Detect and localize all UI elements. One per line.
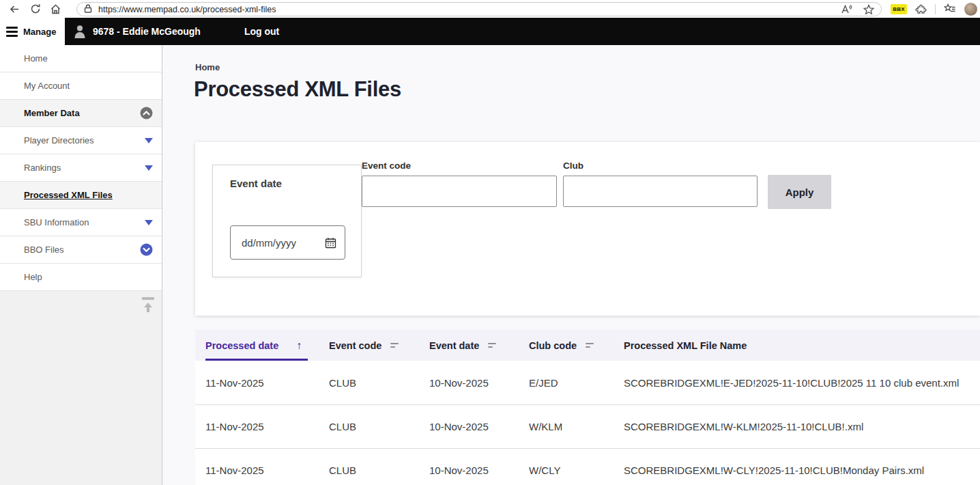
sidebar-item-label: Processed XML Files: [24, 190, 153, 200]
expand-triangle-down-icon[interactable]: [145, 165, 153, 171]
sort-icon[interactable]: [586, 343, 594, 348]
user-name-label: 9678 - Eddie McGeough: [93, 26, 201, 37]
page-title: Processed XML Files: [194, 77, 401, 102]
hamburger-icon: [6, 27, 18, 37]
table-header-row: Processed date ↑ Event code Event date C…: [195, 330, 980, 361]
column-header-event-code[interactable]: Event code: [329, 330, 429, 361]
column-label: Processed date: [205, 340, 278, 351]
sidebar-item-label: BBO Files: [24, 245, 140, 255]
extensions-puzzle-icon[interactable]: [915, 3, 927, 15]
column-label: Event code: [329, 340, 381, 351]
favorite-star-icon[interactable]: [863, 4, 874, 15]
column-header-event-date[interactable]: Event date: [429, 330, 529, 361]
column-header-club-code[interactable]: Club code: [529, 330, 624, 361]
sidebar-item-help[interactable]: Help: [0, 264, 162, 291]
sidebar-item-rankings[interactable]: Rankings: [0, 154, 162, 182]
cell-club-code: W/KLM: [529, 421, 624, 432]
logout-button[interactable]: Log out: [244, 26, 279, 37]
read-aloud-icon[interactable]: [841, 4, 852, 14]
lock-icon: [84, 3, 92, 16]
sidebar-item-home[interactable]: Home: [0, 45, 162, 72]
event-date-label: Event date: [230, 178, 282, 189]
url-text[interactable]: https://www.mempad.co.uk/processed-xml-f…: [98, 5, 276, 14]
table-row[interactable]: 11-Nov-2025 CLUB 10-Nov-2025 W/KLM SCORE…: [195, 404, 980, 448]
filter-panel: Event date Event code: [195, 142, 980, 316]
user-menu[interactable]: 9678 - Eddie McGeough: [73, 24, 201, 39]
collections-icon[interactable]: [944, 3, 956, 14]
sidebar-item-label: Player Directories: [24, 135, 145, 146]
address-bar[interactable]: https://www.mempad.co.uk/processed-xml-f…: [76, 2, 882, 16]
manage-menu-button[interactable]: Manage: [0, 18, 65, 45]
event-date-field[interactable]: [230, 225, 345, 260]
event-date-filter-box: Event date: [212, 165, 362, 277]
cell-file-name: SCOREBRIDGEXML!W-CLY!2025-11-10!CLUB!Mon…: [624, 465, 980, 476]
sidebar-item-label: My Account: [24, 81, 153, 91]
column-header-file-name: Processed XML File Name: [624, 330, 980, 361]
cell-file-name: SCOREBRIDGEXML!E-JED!2025-11-10!CLUB!202…: [624, 377, 980, 389]
user-icon: [73, 24, 87, 39]
bbx-extension-icon[interactable]: BBX: [891, 4, 907, 14]
breadcrumb[interactable]: Home: [195, 62, 220, 72]
main-content: Home Processed XML Files Event date: [162, 45, 980, 485]
home-icon[interactable]: [50, 3, 61, 15]
cell-event-code: CLUB: [329, 421, 429, 432]
cell-file-name: SCOREBRIDGEXML!W-KLM!2025-11-10!CLUB!.xm…: [624, 421, 980, 432]
club-label: Club: [563, 161, 583, 171]
manage-label: Manage: [23, 27, 56, 37]
apply-button[interactable]: Apply: [768, 175, 831, 209]
calendar-icon[interactable]: [325, 237, 336, 249]
sidebar-item-sbu-information[interactable]: SBU Information: [0, 209, 162, 236]
column-label: Processed XML File Name: [624, 340, 747, 351]
sidebar-item-label: Help: [24, 272, 153, 282]
expand-triangle-down-icon[interactable]: [145, 220, 153, 225]
sidebar-item-processed-xml-files[interactable]: Processed XML Files: [0, 182, 162, 209]
event-code-label: Event code: [362, 161, 411, 171]
cell-processed-date: 11-Nov-2025: [205, 421, 329, 432]
sort-icon[interactable]: [488, 343, 496, 348]
sidebar-item-label: Home: [24, 53, 153, 64]
column-header-processed-date[interactable]: Processed date ↑: [205, 330, 329, 361]
cell-event-code: CLUB: [329, 377, 429, 389]
cell-event-code: CLUB: [329, 465, 429, 476]
scroll-to-top-icon[interactable]: [142, 297, 154, 312]
cell-event-date: 10-Nov-2025: [429, 377, 529, 389]
event-code-input[interactable]: [362, 176, 557, 207]
sidebar-item-bbo-files[interactable]: BBO Files: [0, 236, 162, 264]
column-label: Event date: [429, 340, 479, 351]
sort-icon[interactable]: [390, 343, 399, 348]
browser-profile-avatar[interactable]: [964, 3, 977, 16]
sidebar-nav: Home My Account Member Data Player Direc…: [0, 45, 162, 485]
collapse-circle-chevron-up-icon[interactable]: [140, 107, 153, 120]
cell-event-date: 10-Nov-2025: [429, 465, 529, 476]
expand-triangle-down-icon[interactable]: [145, 138, 153, 143]
cell-processed-date: 11-Nov-2025: [205, 377, 329, 389]
cell-processed-date: 11-Nov-2025: [205, 465, 329, 476]
column-label: Club code: [529, 340, 577, 351]
table-row[interactable]: 11-Nov-2025 CLUB 10-Nov-2025 W/CLY SCORE…: [195, 448, 980, 485]
screen: https://www.mempad.co.uk/processed-xml-f…: [0, 0, 980, 485]
sidebar-item-player-directories[interactable]: Player Directories: [0, 127, 162, 154]
sidebar-item-label: Member Data: [24, 108, 140, 118]
sorted-column-underline: [205, 359, 308, 361]
browser-toolbar: https://www.mempad.co.uk/processed-xml-f…: [0, 0, 980, 18]
cell-club-code: W/CLY: [529, 465, 624, 476]
sidebar-item-my-account[interactable]: My Account: [0, 72, 162, 100]
table-row[interactable]: 11-Nov-2025 CLUB 10-Nov-2025 E/JED SCORE…: [195, 361, 980, 404]
club-input[interactable]: [563, 176, 758, 207]
app-header: Manage 9678 - Eddie McGeough Log out: [0, 18, 980, 45]
processed-files-table: Processed date ↑ Event code Event date C…: [195, 330, 980, 485]
cell-club-code: E/JED: [529, 377, 624, 389]
sidebar-item-member-data[interactable]: Member Data: [0, 100, 162, 127]
back-icon[interactable]: [9, 3, 20, 15]
event-date-input[interactable]: [242, 237, 325, 249]
toolbar-divider: [935, 4, 936, 14]
refresh-icon[interactable]: [29, 3, 41, 15]
cell-event-date: 10-Nov-2025: [429, 421, 529, 432]
sidebar-item-label: Rankings: [24, 163, 145, 173]
browser-right-icons: BBX: [891, 0, 977, 18]
expand-circle-chevron-down-icon[interactable]: [140, 243, 153, 256]
sidebar-footer: [0, 291, 162, 485]
sort-ascending-arrow-icon: ↑: [296, 340, 302, 352]
sidebar-item-label: SBU Information: [24, 217, 145, 227]
